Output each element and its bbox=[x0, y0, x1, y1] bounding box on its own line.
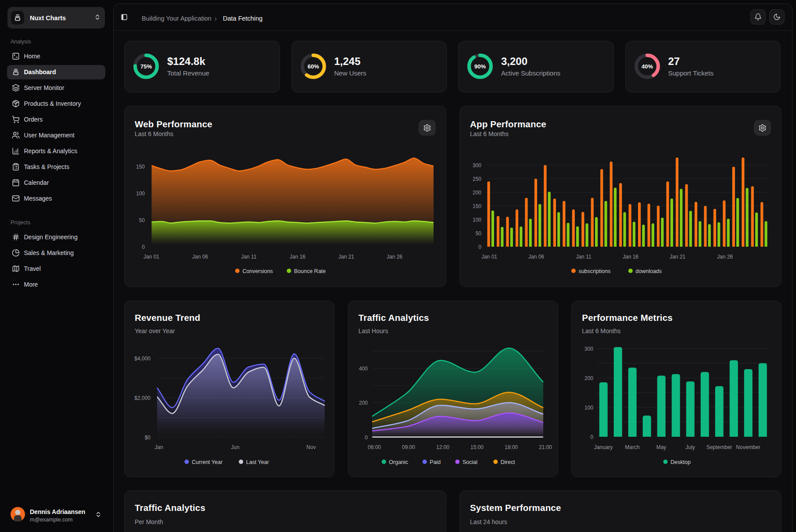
svg-text:Nov: Nov bbox=[306, 444, 316, 450]
svg-text:Jan 01: Jan 01 bbox=[481, 254, 497, 260]
svg-text:100: 100 bbox=[136, 191, 145, 197]
svg-text:60%: 60% bbox=[307, 63, 319, 70]
svg-text:Jan 16: Jan 16 bbox=[623, 254, 638, 260]
svg-text:January: January bbox=[594, 444, 613, 450]
svg-text:21:00: 21:00 bbox=[539, 444, 552, 450]
svg-text:15:00: 15:00 bbox=[470, 444, 484, 450]
svg-text:subscriptions: subscriptions bbox=[578, 268, 610, 274]
svg-text:$4,000: $4,000 bbox=[134, 356, 151, 362]
svg-text:0: 0 bbox=[142, 244, 145, 250]
svg-text:Jun: Jun bbox=[231, 444, 239, 450]
svg-text:150: 150 bbox=[473, 203, 481, 209]
svg-text:May: May bbox=[656, 444, 667, 450]
svg-text:Paid: Paid bbox=[430, 459, 441, 465]
svg-text:75%: 75% bbox=[140, 63, 152, 70]
svg-text:200: 200 bbox=[584, 375, 593, 381]
svg-text:100: 100 bbox=[473, 217, 481, 223]
svg-text:Jan 21: Jan 21 bbox=[670, 254, 685, 260]
svg-text:Jan 21: Jan 21 bbox=[338, 254, 354, 260]
svg-text:Jan 26: Jan 26 bbox=[717, 254, 733, 260]
svg-text:downloads: downloads bbox=[635, 268, 662, 274]
svg-text:300: 300 bbox=[473, 162, 481, 169]
svg-text:Jan 06: Jan 06 bbox=[528, 254, 544, 260]
svg-text:100: 100 bbox=[584, 405, 593, 411]
svg-text:40%: 40% bbox=[641, 63, 653, 70]
svg-text:0: 0 bbox=[365, 435, 368, 441]
svg-text:Jan 11: Jan 11 bbox=[576, 254, 591, 260]
svg-text:06:00: 06:00 bbox=[368, 444, 381, 450]
svg-text:Jan 11: Jan 11 bbox=[241, 254, 256, 260]
svg-text:Jan 26: Jan 26 bbox=[387, 254, 402, 260]
svg-text:Jan 01: Jan 01 bbox=[143, 254, 159, 260]
svg-text:Jan 16: Jan 16 bbox=[290, 254, 305, 260]
svg-text:September: September bbox=[706, 444, 732, 450]
svg-text:250: 250 bbox=[473, 176, 481, 182]
svg-text:Last Year: Last Year bbox=[246, 459, 269, 465]
svg-text:$2,000: $2,000 bbox=[134, 395, 151, 401]
svg-text:July: July bbox=[686, 444, 695, 450]
svg-text:Jan 06: Jan 06 bbox=[192, 254, 208, 260]
svg-text:300: 300 bbox=[584, 346, 593, 352]
svg-text:Bounce Rate: Bounce Rate bbox=[294, 268, 326, 274]
svg-text:November: November bbox=[736, 444, 760, 450]
svg-text:Current Year: Current Year bbox=[192, 459, 222, 465]
svg-text:50: 50 bbox=[139, 217, 145, 223]
svg-text:200: 200 bbox=[359, 400, 368, 406]
svg-text:Jan: Jan bbox=[154, 444, 163, 450]
svg-text:0: 0 bbox=[591, 434, 594, 440]
svg-text:18:00: 18:00 bbox=[505, 444, 518, 450]
svg-text:March: March bbox=[625, 444, 640, 450]
svg-text:$0: $0 bbox=[145, 435, 151, 441]
svg-text:Social: Social bbox=[463, 459, 477, 465]
svg-text:150: 150 bbox=[136, 164, 145, 170]
svg-text:Desktop: Desktop bbox=[671, 459, 691, 465]
svg-text:90%: 90% bbox=[474, 63, 486, 70]
svg-text:200: 200 bbox=[473, 190, 481, 196]
svg-text:0: 0 bbox=[478, 244, 481, 250]
svg-text:Conversions: Conversions bbox=[242, 268, 273, 274]
svg-text:50: 50 bbox=[476, 230, 482, 237]
svg-text:12:00: 12:00 bbox=[436, 444, 449, 450]
svg-text:400: 400 bbox=[359, 366, 368, 372]
svg-text:Direct: Direct bbox=[500, 459, 515, 465]
svg-text:Organic: Organic bbox=[389, 459, 408, 465]
svg-text:09:00: 09:00 bbox=[402, 444, 415, 450]
